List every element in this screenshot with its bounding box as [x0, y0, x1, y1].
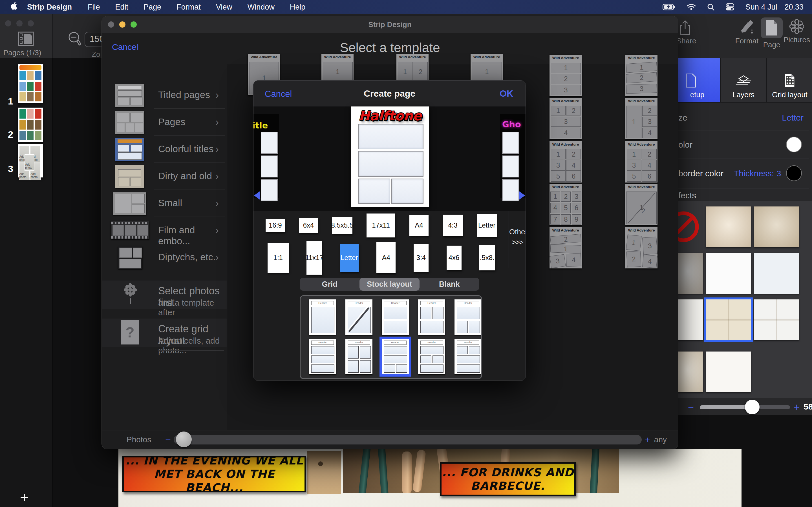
carousel-next-arrow[interactable] [519, 191, 525, 200]
page-thumb-2[interactable] [18, 108, 43, 142]
menu-time[interactable]: 20.33 [784, 3, 804, 11]
page-thumb-3[interactable]: Add photoAdd photoAdd photoAdd photoAdd … [18, 144, 43, 177]
photos-minus[interactable]: − [165, 434, 171, 445]
stock-layout-r1-3[interactable]: Header [382, 299, 409, 335]
effects-size-slider[interactable]: − + 58 [680, 399, 810, 416]
minimize-button[interactable] [119, 21, 125, 27]
beach-sand-photo[interactable] [307, 451, 341, 494]
effect-texture-tile[interactable] [706, 253, 751, 294]
size-option-17x11[interactable]: 17x11 [366, 214, 395, 237]
border-color-swatch[interactable] [786, 166, 801, 180]
menu-item-format[interactable]: Format [176, 3, 201, 11]
size-option-169[interactable]: 16:9 [266, 219, 285, 232]
effect-texture-tile[interactable] [706, 351, 751, 392]
page-thumb-1[interactable] [18, 64, 43, 103]
wild-adventure-template[interactable]: Wild Adventure1324 [625, 227, 658, 269]
wifi-icon[interactable] [687, 4, 696, 10]
tab-stock-layout[interactable]: Stock layout [359, 278, 419, 291]
wild-adventure-template[interactable]: Wild Adventure123 [550, 55, 581, 96]
comic-caption-2[interactable]: ... FOR DRINKS AND BARBECUE. [440, 462, 576, 496]
effect-texture-tile-selected[interactable] [706, 299, 751, 340]
sidebar-item-dirty[interactable]: Dirty and old› [102, 163, 227, 190]
photos-slider-track[interactable] [174, 435, 642, 445]
sidebar-item-colorful[interactable]: Colorful titles› [102, 136, 227, 163]
stock-layout-r3-5[interactable]: Header [455, 378, 481, 379]
size-option-A4[interactable]: A4 [409, 215, 428, 236]
wild-adventure-template[interactable]: Wild Adventure123456 [625, 141, 658, 182]
carousel-right-template[interactable]: Gho [500, 114, 526, 198]
slider-plus[interactable]: + [794, 401, 799, 413]
template-cancel-button[interactable]: Cancel [112, 42, 138, 52]
effect-texture-tile[interactable] [754, 253, 799, 294]
format-button[interactable]: Format [735, 20, 759, 45]
size-option-4x6[interactable]: 4x6 [447, 245, 462, 270]
close-button[interactable] [108, 21, 114, 27]
slider-minus[interactable]: − [688, 401, 694, 413]
size-value[interactable]: Letter [782, 113, 804, 122]
sidebar-item-titled[interactable]: Titled pages› [102, 82, 227, 109]
page-color-row[interactable]: olor [678, 130, 809, 159]
wild-adventure-template[interactable]: Wild Adventure1234 [625, 98, 658, 139]
wild-adventure-template[interactable]: Wild Adventure123456 [550, 141, 581, 182]
size-option-11[interactable]: 1:1 [267, 243, 289, 273]
carousel-center-template[interactable]: Halftone [351, 107, 429, 207]
share-button[interactable]: Share [677, 20, 694, 45]
stock-layout-r2-4[interactable]: Header [418, 339, 445, 374]
menu-item-view[interactable]: View [216, 3, 232, 11]
effect-texture-tile[interactable] [706, 207, 751, 247]
photos-slider-knob[interactable] [176, 432, 192, 447]
control-center-icon[interactable] [726, 3, 734, 11]
action-create-grid-layout[interactable]: ?Create grid layoutAdjust cells, add pho… [102, 319, 227, 347]
stock-layout-r3-2[interactable]: Header [345, 378, 372, 379]
battery-icon[interactable] [663, 4, 675, 10]
tab-grid[interactable]: Grid [300, 278, 359, 291]
menu-item-window[interactable]: Window [248, 3, 274, 11]
menu-item-edit[interactable]: Edit [115, 3, 129, 11]
stock-layout-r1-4[interactable]: Header [418, 299, 445, 335]
stock-layout-r1-5[interactable]: Header [455, 299, 481, 335]
stock-layout-r2-2[interactable]: Header [345, 339, 372, 374]
sidebar-item-pages[interactable]: Pages› [102, 109, 227, 136]
border-thickness[interactable]: Thickness: 3 [733, 169, 781, 178]
size-option-43[interactable]: 4:3 [443, 215, 463, 236]
stock-layout-r3-1[interactable]: Header [309, 378, 336, 379]
minimize-button[interactable] [16, 20, 22, 26]
carousel-prev-arrow[interactable] [254, 191, 260, 200]
size-option-A4[interactable]: A4 [376, 242, 396, 273]
apple-menu-icon[interactable] [10, 2, 17, 12]
wild-adventure-template[interactable]: Wild Adventure123456789 [550, 184, 581, 225]
wild-adventure-template[interactable]: Wild Adventure2134 [550, 227, 581, 269]
size-option-85x55[interactable]: 8.5x5.5 [332, 217, 352, 234]
size-option-34[interactable]: 3:4 [414, 244, 428, 272]
stock-layout-r2-3-selected[interactable]: Header [382, 339, 409, 374]
pictures-button[interactable]: Pictures [783, 18, 811, 44]
size-option-Letter[interactable]: Letter [340, 244, 359, 272]
carousel-left-template[interactable]: itle [253, 114, 279, 198]
stock-layout-r3-4[interactable]: Header [418, 378, 445, 379]
effect-texture-tile[interactable] [754, 299, 799, 340]
menu-app-name[interactable]: Strip Design [27, 3, 72, 11]
spotlight-icon[interactable] [707, 3, 714, 11]
pages-panel-icon[interactable] [18, 32, 34, 46]
size-option-6x4[interactable]: 6x4 [299, 218, 318, 233]
zoom-button[interactable] [131, 21, 137, 27]
close-button[interactable] [5, 20, 11, 26]
stock-layout-r1-2[interactable]: Header [345, 299, 372, 335]
stock-layout-r2-5[interactable]: Header [455, 339, 481, 374]
wild-adventure-template[interactable]: Wild Adventure1234 [550, 98, 581, 139]
photos-plus[interactable]: + [645, 434, 650, 445]
tab-setup[interactable]: etup [674, 58, 721, 102]
menu-item-file[interactable]: File [88, 3, 100, 11]
size-option-Letter[interactable]: Letter [477, 214, 497, 237]
zoom-out-icon[interactable] [68, 31, 82, 48]
page-color-swatch[interactable] [786, 137, 801, 152]
menu-item-page[interactable]: Page [144, 3, 161, 11]
size-option-5x8[interactable]: .5x8. [479, 245, 495, 270]
zoom-button[interactable] [28, 20, 34, 26]
menu-item-help[interactable]: Help [290, 3, 306, 11]
wild-adventure-template[interactable]: Wild Adventure12 [625, 184, 658, 225]
sidebar-item-film[interactable]: Film and embo...› [102, 217, 227, 244]
sidebar-item-diptych[interactable]: Diptychs, etc.› [102, 244, 227, 271]
wild-adventure-template[interactable]: Wild Adventure123 [625, 55, 658, 96]
tab-grid-layout[interactable]: Grid layout [767, 58, 812, 102]
